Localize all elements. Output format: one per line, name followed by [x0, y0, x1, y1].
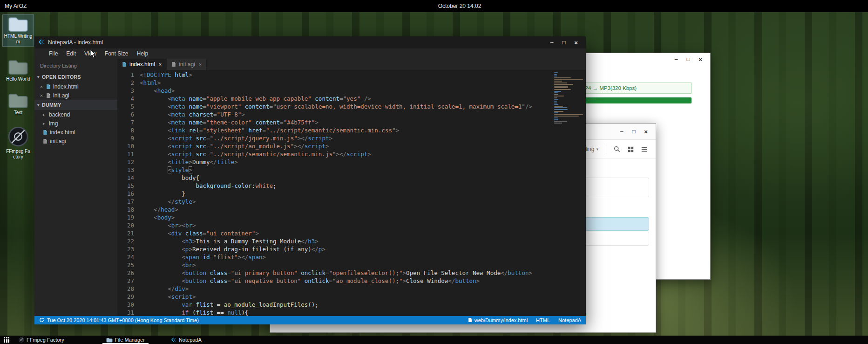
- code-line[interactable]: 6 <meta charset="UTF-8">: [117, 110, 551, 118]
- chevron-down-icon: ▾: [37, 75, 40, 79]
- taskbar-item-label: File Manager: [115, 337, 145, 343]
- code-line[interactable]: 10 <script src="../script/ao_module.js">…: [117, 142, 551, 150]
- close-button[interactable]: ×: [571, 40, 581, 46]
- status-file-path: web/Dummy/index.html: [475, 317, 528, 323]
- sync-icon: [39, 317, 44, 323]
- notepada-titlebar[interactable]: NotepadA - index.html –□×: [34, 36, 586, 48]
- window-controls: –□×: [547, 36, 586, 48]
- code-line[interactable]: 27 <button class="ui negative button" on…: [117, 277, 551, 285]
- app-grid-icon: [4, 337, 9, 343]
- aroz-menu-button[interactable]: My ArOZ: [5, 0, 27, 12]
- minimap[interactable]: [552, 71, 586, 316]
- workspace-label: DUMMY: [42, 102, 61, 108]
- line-number: 12: [117, 158, 140, 166]
- line-number: 11: [117, 150, 140, 158]
- line-number: 10: [117, 142, 140, 150]
- workspace-section[interactable]: ▾ DUMMY: [34, 100, 117, 110]
- open-editor-init-agi[interactable]: ×init.agi: [34, 91, 117, 100]
- minimize-button[interactable]: –: [547, 40, 557, 45]
- tab-label: init.agi: [179, 61, 195, 68]
- app-grid-button[interactable]: [0, 336, 13, 344]
- minimize-button[interactable]: –: [671, 56, 681, 62]
- code-line[interactable]: 12 <title>Dummy</title>: [117, 158, 551, 166]
- maximize-button[interactable]: □: [559, 40, 569, 45]
- close-button[interactable]: ×: [641, 129, 651, 135]
- tree-item-index-html[interactable]: index.html: [34, 128, 117, 137]
- code-line[interactable]: 20 <br><br>: [117, 221, 551, 229]
- open-editor-index-html[interactable]: ×index.html: [34, 82, 117, 91]
- close-button[interactable]: ×: [695, 56, 705, 62]
- code-line[interactable]: 21 <div class="ui container">: [117, 229, 551, 237]
- open-editors-section[interactable]: ▾ OPEN EDITORS: [34, 72, 117, 82]
- open-editor-label: index.html: [53, 83, 79, 90]
- line-number: 16: [117, 190, 140, 198]
- maximize-button[interactable]: □: [629, 129, 639, 134]
- code-line[interactable]: 14 body{: [117, 174, 551, 182]
- notepada-window[interactable]: NotepadA - index.html –□× FileEditViewFo…: [34, 36, 586, 324]
- window-title: NotepadA - index.html: [48, 39, 103, 46]
- grid-view-icon[interactable]: [628, 146, 634, 152]
- code-line[interactable]: 11 <script src="../script/semantic/seman…: [117, 150, 551, 158]
- line-number: 14: [117, 174, 140, 182]
- maximize-button[interactable]: □: [683, 56, 693, 62]
- line-number: 15: [117, 182, 140, 190]
- code-line[interactable]: 16 }: [117, 190, 551, 198]
- code-line[interactable]: 1<!DOCTYPE html>: [117, 71, 551, 79]
- file-tree: ▸backend▸imgindex.htmlinit.agi: [34, 110, 117, 145]
- code-line[interactable]: 9 <script src="../script/jquery.min.js">…: [117, 134, 551, 142]
- desktop-icon-hello-world[interactable]: Hello World: [3, 58, 34, 83]
- taskbar-item-file-manager[interactable]: File Manager: [102, 336, 149, 344]
- search-icon[interactable]: [614, 146, 620, 152]
- code-line[interactable]: 25 <br>: [117, 261, 551, 269]
- code-line[interactable]: 28 </div>: [117, 285, 551, 293]
- file-icon: [46, 93, 51, 98]
- tree-item-label: index.html: [50, 129, 75, 136]
- mouse-cursor: [90, 49, 96, 59]
- tab-init-agi[interactable]: init.agi×: [167, 59, 207, 70]
- menu-help[interactable]: Help: [133, 50, 153, 57]
- code-line[interactable]: 2<html>: [117, 79, 551, 87]
- code-line[interactable]: 31 if (flist == null){: [117, 309, 551, 316]
- code-line[interactable]: 15 background-color:white;: [117, 182, 551, 190]
- desktop-icon-html-writing-m[interactable]: HTML Writingm: [3, 15, 34, 46]
- code-editor[interactable]: 1<!DOCTYPE html>2<html>3 <head>4 <meta n…: [117, 70, 586, 316]
- code-line[interactable]: 24 <span id="flist"></span>: [117, 253, 551, 261]
- close-icon[interactable]: ×: [39, 93, 44, 98]
- status-language[interactable]: HTML: [536, 317, 550, 323]
- minimize-button[interactable]: –: [617, 129, 627, 134]
- tree-item-backend[interactable]: ▸backend: [34, 110, 117, 119]
- code-line[interactable]: 30 var flist = ao_module_loadInputFiles(…: [117, 301, 551, 309]
- code-line[interactable]: 19 <body>: [117, 213, 551, 221]
- code-line[interactable]: 26 <button class="ui primary button" onc…: [117, 269, 551, 277]
- code-line[interactable]: 17 </style>: [117, 198, 551, 206]
- tree-item-img[interactable]: ▸img: [34, 119, 117, 128]
- line-number: 29: [117, 293, 140, 301]
- code-line[interactable]: 5 <meta name="viewport" content="user-sc…: [117, 103, 551, 110]
- tree-item-init-agi[interactable]: init.agi: [34, 137, 117, 145]
- code-line[interactable]: 4 <meta name="apple-mobile-web-app-capab…: [117, 95, 551, 103]
- menu-file[interactable]: File: [45, 50, 62, 57]
- code-line[interactable]: 8 <link rel="stylesheet" href="../script…: [117, 126, 551, 134]
- menu-font-size[interactable]: Font Size: [101, 50, 133, 57]
- code-line[interactable]: 22 <h3>This is a Dummy Testing Module</h…: [117, 237, 551, 245]
- code-line[interactable]: 3 <head>: [117, 87, 551, 95]
- menu-edit[interactable]: Edit: [62, 50, 80, 57]
- code-line[interactable]: 18 </head>: [117, 206, 551, 213]
- clock: October 20 14:02: [438, 0, 481, 12]
- code-line[interactable]: 29 <script>: [117, 293, 551, 301]
- close-icon[interactable]: ×: [199, 62, 202, 67]
- folder-icon: [3, 92, 34, 109]
- notepada-logo-icon: [38, 39, 45, 47]
- list-view-icon[interactable]: [641, 146, 647, 152]
- taskbar-item-notepada[interactable]: NotepadA: [167, 336, 205, 344]
- tree-item-label: img: [49, 120, 58, 127]
- desktop-icon-ffmpeg-fa-ctory[interactable]: FFmpeg Factory: [3, 125, 34, 161]
- close-icon[interactable]: ×: [159, 62, 162, 67]
- close-icon[interactable]: ×: [39, 84, 44, 89]
- code-line[interactable]: 23 <p>Received drag-in filelist (if any)…: [117, 245, 551, 253]
- tab-index-html[interactable]: index.html×: [117, 59, 167, 70]
- desktop-icon-test[interactable]: Test: [3, 91, 34, 117]
- code-line[interactable]: 7 <meta name="theme-color" content="#4b7…: [117, 118, 551, 126]
- code-line[interactable]: 13 <style>: [117, 166, 551, 174]
- taskbar-item-ffmpeg-factory[interactable]: FFmpeg Factory: [15, 336, 68, 344]
